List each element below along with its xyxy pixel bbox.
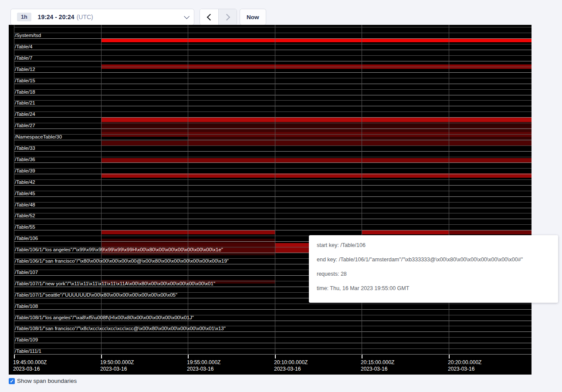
span-boundary-line	[14, 309, 532, 310]
span-boundary-line	[14, 168, 532, 169]
time-tick	[449, 355, 450, 358]
span-boundary-line	[14, 196, 532, 197]
span-boundary-line	[14, 72, 532, 73]
row-label: /Table/109	[15, 337, 38, 343]
row-label: /Table/106/1/"san francisco"/"\x80\x00\x…	[15, 258, 229, 264]
span-boundary-line	[14, 230, 532, 230]
time-axis-label: 20:20:00.000Z2023-03-16	[448, 359, 481, 372]
key-visualizer-canvas[interactable]: /System/tsd/Table/4/Table/7/Table/12/Tab…	[9, 25, 532, 375]
span-boundary-line	[14, 61, 532, 61]
span-boundary-line	[14, 89, 532, 90]
show-span-boundaries-control[interactable]: ✓ Show span boundaries	[9, 378, 77, 384]
row-label: /Table/108/1/"san francisco"/"\x8c\xcc\x…	[15, 326, 226, 331]
time-bucket-line	[275, 25, 275, 355]
span-boundary-line	[14, 145, 532, 146]
span-boundary-line	[14, 219, 532, 219]
time-bucket-line	[101, 25, 102, 355]
chevron-left-icon	[207, 14, 213, 20]
row-label: /Table/108	[15, 304, 38, 309]
time-bucket-line	[188, 25, 188, 355]
span-boundary-line	[14, 321, 532, 321]
row-label: /Table/42	[15, 179, 35, 185]
time-tick	[14, 355, 15, 358]
row-label: /Table/55	[15, 224, 35, 230]
span-boundary-line	[14, 67, 532, 67]
tooltip-line: end key: /Table/106/1/"amsterdam"/"\xb33…	[317, 255, 550, 264]
range-timezone: (UTC)	[77, 14, 93, 20]
row-label: /Table/4	[15, 44, 32, 50]
tooltip-line: start key: /Table/106	[317, 241, 550, 250]
span-boundary-line	[14, 337, 532, 338]
row-label: /Table/21	[15, 100, 35, 106]
row-label: /Table/111/1	[15, 348, 41, 354]
row-label: /Table/107	[15, 270, 38, 275]
span-boundary-line	[14, 50, 532, 50]
time-tick	[101, 355, 102, 358]
range-nav-group	[200, 9, 237, 25]
span-boundary-line	[14, 134, 532, 135]
row-label: /Table/108/1/"los angeles"/"\xa8\xf5\u00…	[15, 315, 194, 321]
time-toolbar: 1h 19:24 - 20:24 (UTC) Now	[10, 9, 266, 25]
heat-band	[101, 158, 532, 162]
span-boundary-line	[14, 348, 532, 349]
time-bucket-line	[14, 25, 14, 355]
span-boundary-line	[14, 331, 532, 332]
time-range-select[interactable]: 1h 19:24 - 20:24 (UTC)	[10, 9, 194, 25]
span-boundary-line	[14, 343, 532, 343]
row-label: /Table/33	[15, 145, 35, 151]
checkbox-label: Show span boundaries	[17, 378, 77, 384]
row-label: /Table/18	[15, 89, 35, 95]
span-boundary-line	[14, 38, 532, 39]
chevron-right-icon	[223, 14, 230, 20]
span-boundary-line	[14, 33, 532, 33]
span-boundary-line	[14, 123, 532, 123]
span-boundary-line	[14, 185, 532, 186]
span-boundary-line	[14, 128, 532, 129]
span-boundary-line	[14, 100, 532, 101]
chevron-down-icon	[184, 14, 190, 19]
row-label: /Table/107/1/"seattle"/"UUUUUUD\x00\x80\…	[15, 292, 177, 298]
row-label: /Table/45	[15, 191, 35, 196]
span-boundary-line	[14, 151, 532, 152]
row-label: /NamespaceTable/30	[15, 134, 62, 140]
span-boundary-line	[14, 44, 532, 44]
time-axis-label: 20:15:00.000Z2023-03-16	[361, 359, 394, 372]
time-tick	[275, 355, 276, 358]
row-label: /Table/12	[15, 67, 35, 72]
span-boundary-line	[14, 191, 532, 191]
span-boundary-line	[14, 354, 532, 355]
time-axis-label: 19:45:00.000Z2023-03-16	[13, 359, 47, 372]
span-boundary-line	[14, 95, 532, 95]
time-axis-label: 20:10:00.000Z2023-03-16	[274, 359, 308, 372]
time-bucket-line	[449, 25, 449, 355]
heat-band	[101, 117, 532, 122]
row-label: /System/tsd	[15, 33, 41, 38]
span-boundary-line	[14, 140, 532, 140]
time-axis-label: 19:50:00.000Z2023-03-16	[100, 359, 134, 372]
row-label: /Table/48	[15, 202, 35, 208]
heat-band	[101, 141, 532, 145]
range-duration-badge: 1h	[17, 13, 31, 21]
span-boundary-line	[14, 213, 532, 213]
row-label: /Table/36	[15, 157, 35, 162]
checkbox-checked-icon[interactable]: ✓	[9, 378, 15, 384]
heat-band	[101, 38, 532, 42]
row-label: /Table/7	[15, 55, 32, 61]
row-label: /Table/24	[15, 112, 35, 117]
row-label: /Table/52	[15, 213, 35, 219]
heat-band	[362, 230, 449, 234]
time-tick	[188, 355, 189, 358]
row-label: /Table/39	[15, 168, 35, 174]
time-axis-label: 19:55:00.000Z2023-03-16	[187, 359, 220, 372]
span-boundary-line	[14, 106, 532, 106]
span-boundary-line	[14, 179, 532, 180]
time-bucket-line	[362, 25, 362, 355]
row-label: /Table/15	[15, 78, 35, 84]
span-boundary-line	[14, 162, 532, 163]
prev-range-button[interactable]	[200, 9, 218, 25]
next-range-button[interactable]	[218, 9, 237, 25]
span-tooltip: start key: /Table/106end key: /Table/106…	[309, 235, 558, 303]
now-button[interactable]: Now	[240, 9, 266, 25]
tooltip-line: time: Thu, 16 Mar 2023 19:55:00 GMT	[317, 284, 550, 293]
span-boundary-line	[14, 304, 532, 304]
